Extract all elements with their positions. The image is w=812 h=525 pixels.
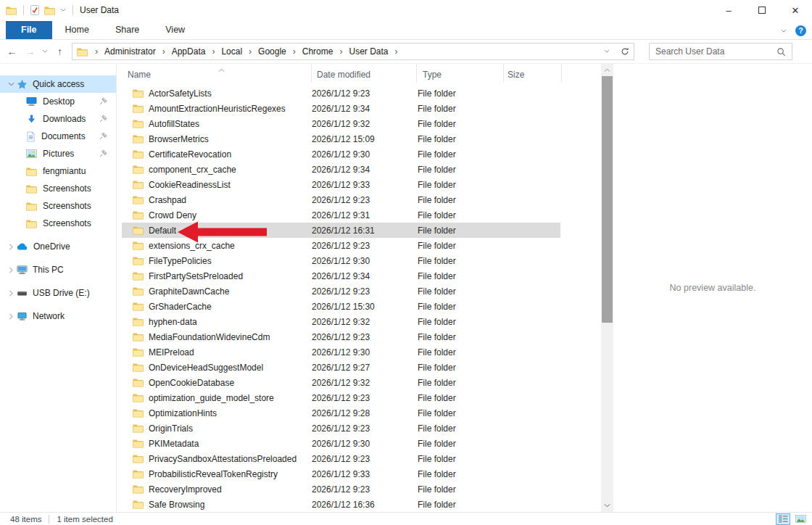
sidebar-item-pictures[interactable]: Pictures (0, 145, 116, 162)
file-row-default[interactable]: Default2026/1/12 16:31File folder (122, 223, 560, 238)
scroll-down-icon[interactable] (601, 500, 613, 512)
ribbon-tab-file[interactable]: File (6, 21, 52, 39)
usb-icon (17, 290, 28, 297)
file-row-meipreload[interactable]: MEIPreload2026/1/12 9:30File folder (122, 344, 560, 360)
file-row-crowd-deny[interactable]: Crowd Deny2026/1/12 9:31File folder (122, 207, 560, 223)
folder-icon (132, 195, 144, 204)
ribbon-tab-view[interactable]: View (152, 21, 198, 39)
sidebar-item-screenshots[interactable]: Screenshots (0, 215, 116, 232)
sidebar-item-network[interactable]: Network (0, 307, 116, 325)
help-icon[interactable]: ? (795, 25, 806, 36)
breadcrumb-segment-user-data[interactable]: ›User Data (335, 46, 390, 57)
customize-toolbar-chevron-icon[interactable] (60, 8, 66, 12)
file-row-privacysandboxattestationspreloaded[interactable]: PrivacySandboxAttestationsPreloaded2026/… (122, 451, 560, 466)
maximize-icon (758, 7, 766, 14)
collapse-ribbon-chevron-icon[interactable] (781, 29, 787, 33)
status-separator (49, 515, 49, 524)
file-date-modified: 2026/1/12 9:27 (312, 363, 418, 373)
file-row-extensions-crx-cache[interactable]: extensions_crx_cache2026/1/12 9:23File f… (122, 238, 560, 253)
breadcrumb-segment-administrator[interactable]: ›Administrator (91, 46, 158, 57)
file-row-opencookiedatabase[interactable]: OpenCookieDatabase2026/1/12 9:32File fol… (122, 375, 560, 390)
file-row-optimizationhints[interactable]: OptimizationHints2026/1/12 9:28File fold… (122, 405, 560, 421)
ribbon-tab-bar: FileHomeShareView ? (0, 20, 812, 40)
file-row-safe-browsing[interactable]: Safe Browsing2026/1/12 16:36File folder (122, 497, 560, 512)
file-row-hyphen-data[interactable]: hyphen-data2026/1/12 9:32File folder (122, 314, 560, 329)
sidebar-item-desktop[interactable]: Desktop (0, 93, 116, 110)
folder-icon (26, 167, 37, 176)
file-row-recoveryimproved[interactable]: RecoveryImproved2026/1/12 9:23File folde… (122, 481, 560, 497)
column-header-size[interactable]: Size (504, 64, 562, 83)
chevron-right-icon[interactable] (5, 290, 17, 297)
file-row-graphitedawncache[interactable]: GraphiteDawnCache2026/1/12 9:23File fold… (122, 284, 560, 299)
file-row-pkimetadata[interactable]: PKIMetadata2026/1/12 9:30File folder (122, 436, 560, 451)
column-header-name[interactable]: Name (117, 64, 312, 83)
file-date-modified: 2026/1/12 15:30 (312, 302, 418, 312)
file-row-actorsafetylists[interactable]: ActorSafetyLists2026/1/12 9:23File folde… (122, 86, 560, 101)
file-row-browsermetrics[interactable]: BrowserMetrics2026/1/12 15:09File folder (122, 131, 560, 146)
breadcrumb-chevron-icon: › (158, 46, 170, 57)
breadcrumb-segment-google[interactable]: ›Google (244, 46, 289, 57)
file-row-filetypepolicies[interactable]: FileTypePolicies2026/1/12 9:30File folde… (122, 253, 560, 268)
breadcrumb-segment-chrome[interactable]: ›Chrome (289, 46, 336, 57)
sidebar-item-usb-drive-e[interactable]: USB Drive (E:) (0, 284, 116, 302)
sidebar-item-quick-access[interactable]: Quick access (0, 75, 116, 93)
ribbon-tab-home[interactable]: Home (52, 21, 102, 39)
recent-locations-chevron-icon[interactable] (39, 43, 51, 60)
properties-check-icon[interactable] (30, 5, 39, 15)
sidebar-item-documents[interactable]: Documents (0, 128, 116, 145)
file-row-optimization-guide-model-store[interactable]: optimization_guide_model_store2026/1/12 … (122, 390, 560, 405)
breadcrumb-segment-appdata[interactable]: ›AppData (158, 46, 208, 57)
sidebar-item-downloads[interactable]: Downloads (0, 110, 116, 128)
file-row-origintrials[interactable]: OriginTrials2026/1/12 9:23File folder (122, 421, 560, 436)
onedrive-icon (17, 243, 28, 250)
file-type: File folder (418, 317, 505, 327)
file-row-autofillstates[interactable]: AutofillStates2026/1/12 9:32File folder (122, 116, 560, 131)
file-row-probabilisticrevealtokenregistry[interactable]: ProbabilisticRevealTokenRegistry2026/1/1… (122, 466, 560, 481)
scrollbar-thumb[interactable] (602, 76, 613, 323)
file-row-component-crx-cache[interactable]: component_crx_cache2026/1/12 9:34File fo… (122, 162, 560, 177)
file-date-modified: 2026/1/12 9:34 (312, 165, 418, 175)
minimize-button[interactable]: – (712, 0, 745, 20)
address-bar[interactable]: ›Administrator›AppData›Local›Google›Chro… (72, 43, 634, 60)
sidebar-item-screenshots[interactable]: Screenshots (0, 197, 116, 215)
file-row-certificaterevocation[interactable]: CertificateRevocation2026/1/12 9:30File … (122, 146, 560, 162)
file-date-modified: 2026/1/12 9:23 (312, 454, 418, 464)
maximize-button[interactable] (745, 0, 779, 20)
file-name: Crowd Deny (144, 210, 312, 220)
chevron-right-icon[interactable] (5, 244, 17, 250)
sidebar-item-screenshots[interactable]: Screenshots (0, 180, 116, 197)
refresh-icon[interactable] (616, 44, 634, 59)
new-folder-icon[interactable] (44, 6, 55, 15)
address-dropdown-chevron-icon[interactable] (597, 44, 616, 59)
breadcrumb-segment-local[interactable]: ›Local (207, 46, 244, 57)
chevron-right-icon[interactable] (5, 313, 17, 320)
file-row-mediafoundationwidevinecdm[interactable]: MediaFoundationWidevineCdm2026/1/12 9:23… (122, 329, 560, 344)
search-input[interactable]: Search User Data (649, 43, 792, 60)
file-row-ondeviceheadsuggestmodel[interactable]: OnDeviceHeadSuggestModel2026/1/12 9:27Fi… (122, 360, 560, 375)
file-row-crashpad[interactable]: Crashpad2026/1/12 9:23File folder (122, 192, 560, 207)
up-button[interactable]: ↑ (51, 43, 69, 60)
details-view-button[interactable] (776, 513, 790, 525)
large-icons-view-button[interactable] (793, 513, 808, 525)
vertical-scrollbar[interactable] (601, 64, 613, 512)
close-button[interactable]: ✕ (779, 0, 812, 20)
chevron-down-icon[interactable] (5, 82, 17, 87)
file-type: File folder (418, 134, 505, 144)
sidebar-item-this-pc[interactable]: This PC (0, 261, 116, 278)
sidebar-item-onedrive[interactable]: OneDrive (0, 238, 116, 255)
file-date-modified: 2026/1/12 9:23 (312, 88, 418, 99)
ribbon-tab-share[interactable]: Share (102, 21, 152, 39)
forward-button[interactable]: → (21, 43, 39, 60)
search-icon[interactable] (776, 47, 786, 57)
file-row-amountextractionheuristicregexes[interactable]: AmountExtractionHeuristicRegexes2026/1/1… (122, 101, 560, 116)
chevron-right-icon[interactable] (5, 267, 17, 273)
back-button[interactable]: ← (3, 43, 21, 60)
folder-icon (26, 219, 37, 228)
column-header-type[interactable]: Type (417, 64, 504, 83)
file-row-grshadercache[interactable]: GrShaderCache2026/1/12 15:30File folder (122, 299, 560, 314)
scroll-up-icon[interactable] (601, 64, 613, 76)
sidebar-item-fengmiantu[interactable]: fengmiantu (0, 162, 116, 180)
file-row-cookiereadinesslist[interactable]: CookieReadinessList2026/1/12 9:33File fo… (122, 177, 560, 192)
file-row-firstpartysetspreloaded[interactable]: FirstPartySetsPreloaded2026/1/12 9:34Fil… (122, 268, 560, 284)
column-header-date-modified[interactable]: Date modified (312, 64, 417, 83)
